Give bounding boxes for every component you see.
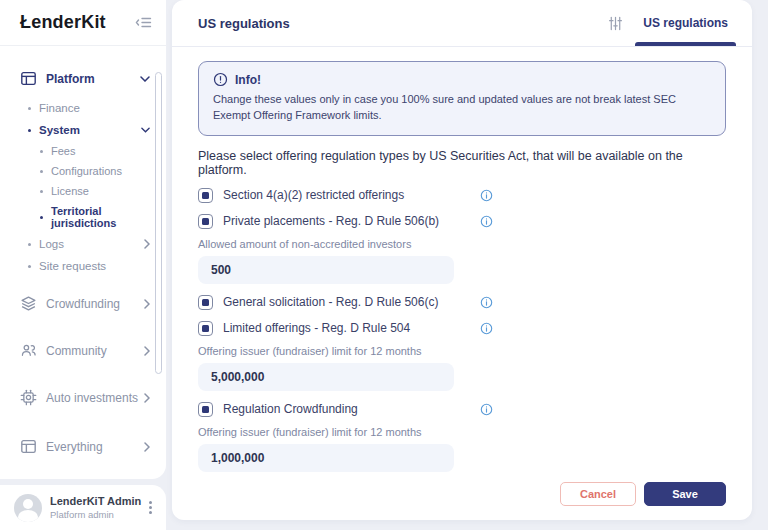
info-circle-icon[interactable]	[480, 215, 493, 228]
tab-us-regulations[interactable]: US regulations	[641, 0, 730, 46]
field-non-accredited-investors: Allowed amount of non-accredited investo…	[198, 238, 726, 284]
sidebar-scrollbar[interactable]	[155, 72, 162, 374]
checkbox-checked-mark	[202, 218, 209, 225]
checkbox-private-placements[interactable]	[198, 214, 213, 229]
sliders-filter-icon[interactable]	[608, 16, 623, 31]
sidebar-item-everything[interactable]: Everything	[0, 428, 166, 465]
bullet-icon	[40, 216, 43, 219]
layers-icon	[20, 295, 37, 312]
sidebar-item-platform[interactable]: Platform	[0, 60, 166, 97]
chevron-right-icon	[144, 393, 150, 403]
field-label: Allowed amount of non-accredited investo…	[198, 238, 726, 250]
people-icon	[20, 342, 37, 359]
sidebar-item-label: Fees	[51, 145, 150, 157]
checkbox-label: General solicitation - Reg. D Rule 506(c…	[223, 295, 480, 309]
sidebar: ŁenderKit Platform Finance	[0, 0, 166, 530]
tab-active-indicator	[635, 42, 736, 46]
chevron-right-icon	[144, 346, 150, 356]
sidebar-item-auto-investments[interactable]: Auto investments	[0, 379, 166, 416]
bullet-icon	[40, 170, 43, 173]
chevron-down-icon	[141, 127, 150, 133]
issuer-limit-506-input[interactable]	[198, 363, 454, 391]
sidebar-nav: Platform Finance System Fees Configu	[0, 46, 166, 479]
user-role: Platform admin	[50, 509, 145, 520]
info-alert: Info! Change these values only in case y…	[198, 61, 726, 136]
sidebar-item-label: Auto investments	[46, 391, 144, 405]
sidebar-item-logs[interactable]: Logs	[0, 233, 166, 255]
user-name: LenderKiT Admin	[50, 495, 145, 507]
sidebar-item-system[interactable]: System	[0, 119, 166, 141]
main-content: Info! Change these values only in case y…	[172, 47, 752, 522]
info-circle-icon[interactable]	[480, 322, 493, 335]
user-meta: LenderKiT Admin Platform admin	[50, 495, 145, 520]
sidebar-item-label: Finance	[39, 102, 150, 114]
checkbox-label: Limited offerings - Reg. D Rule 504	[223, 321, 480, 335]
checkbox-limited-offerings[interactable]	[198, 321, 213, 336]
sidebar-item-label: Logs	[39, 238, 144, 250]
user-menu-icon[interactable]	[145, 497, 156, 518]
platform-icon	[20, 70, 37, 87]
sidebar-item-label: Configurations	[51, 165, 150, 177]
sidebar-item-crowdfunding[interactable]: Crowdfunding	[0, 285, 166, 322]
main-panel: US regulations US regulations Info	[172, 0, 752, 520]
sidebar-item-label: Site requests	[39, 260, 150, 272]
form-footer: Cancel Save	[198, 472, 726, 522]
sidebar-item-label: Platform	[46, 72, 140, 86]
sidebar-item-license[interactable]: License	[0, 181, 166, 201]
sidebar-item-territorial-jurisdictions[interactable]: Territorial jurisdictions	[0, 201, 166, 233]
sidebar-item-label: Everything	[46, 440, 144, 454]
checkbox-row-private-placements: Private placements - Reg. D Rule 506(b)	[198, 214, 726, 229]
info-alert-head: Info!	[213, 72, 711, 87]
info-title: Info!	[235, 73, 261, 87]
sidebar-item-site-requests[interactable]: Site requests	[0, 255, 166, 277]
page-title: US regulations	[198, 16, 290, 31]
sidebar-item-finance[interactable]: Finance	[0, 97, 166, 119]
chip-icon	[20, 389, 37, 406]
field-issuer-limit-cf: Offering issuer (fundraiser) limit for 1…	[198, 426, 726, 472]
avatar	[14, 494, 42, 522]
cancel-button[interactable]: Cancel	[560, 482, 636, 506]
checkbox-label: Private placements - Reg. D Rule 506(b)	[223, 214, 480, 228]
header-right: US regulations	[608, 0, 730, 46]
tab-label: US regulations	[643, 16, 728, 30]
checkbox-label: Section 4(a)(2) restricted offerings	[223, 188, 480, 202]
checkbox-checked-mark	[202, 299, 209, 306]
checkbox-row-regulation-crowdfunding: Regulation Crowdfunding	[198, 402, 726, 417]
checkbox-regulation-crowdfunding[interactable]	[198, 402, 213, 417]
app-root: { "brand": { "logo": "ŁenderKit" }, "sid…	[0, 0, 768, 530]
chevron-down-icon	[140, 76, 150, 82]
non-accredited-investors-input[interactable]	[198, 256, 454, 284]
checkbox-general-solicitation[interactable]	[198, 295, 213, 310]
checkbox-label: Regulation Crowdfunding	[223, 402, 480, 416]
chevron-right-icon	[144, 442, 150, 452]
checkbox-section-4a2[interactable]	[198, 188, 213, 203]
alert-circle-icon	[213, 72, 228, 87]
sidebar-item-label: License	[51, 185, 150, 197]
user-panel: LenderKiT Admin Platform admin	[0, 485, 166, 530]
bullet-icon	[40, 150, 43, 153]
chevron-right-icon	[144, 299, 150, 309]
checkbox-row-limited-offerings: Limited offerings - Reg. D Rule 504	[198, 321, 726, 336]
bullet-icon	[28, 107, 31, 110]
main-header: US regulations US regulations	[172, 0, 752, 47]
save-button[interactable]: Save	[644, 482, 726, 506]
sidebar-item-community[interactable]: Community	[0, 332, 166, 369]
bullet-icon	[40, 190, 43, 193]
sidebar-item-label: Community	[46, 344, 144, 358]
info-circle-icon[interactable]	[480, 403, 493, 416]
info-circle-icon[interactable]	[480, 189, 493, 202]
field-issuer-limit-506: Offering issuer (fundraiser) limit for 1…	[198, 345, 726, 391]
sidebar-item-fees[interactable]: Fees	[0, 141, 166, 161]
issuer-limit-cf-input[interactable]	[198, 444, 454, 472]
sidebar-item-gdpr[interactable]: GDPR	[0, 477, 166, 479]
logo-row: ŁenderKit	[0, 0, 166, 46]
info-circle-icon[interactable]	[480, 296, 493, 309]
sidebar-collapse-icon[interactable]	[135, 16, 152, 29]
chevron-right-icon	[144, 239, 150, 249]
sidebar-item-configurations[interactable]: Configurations	[0, 161, 166, 181]
form-intro: Please select offering regulation types …	[198, 149, 726, 177]
field-label: Offering issuer (fundraiser) limit for 1…	[198, 426, 726, 438]
field-label: Offering issuer (fundraiser) limit for 1…	[198, 345, 726, 357]
checkbox-checked-mark	[202, 192, 209, 199]
checkbox-row-general-solicitation: General solicitation - Reg. D Rule 506(c…	[198, 295, 726, 310]
